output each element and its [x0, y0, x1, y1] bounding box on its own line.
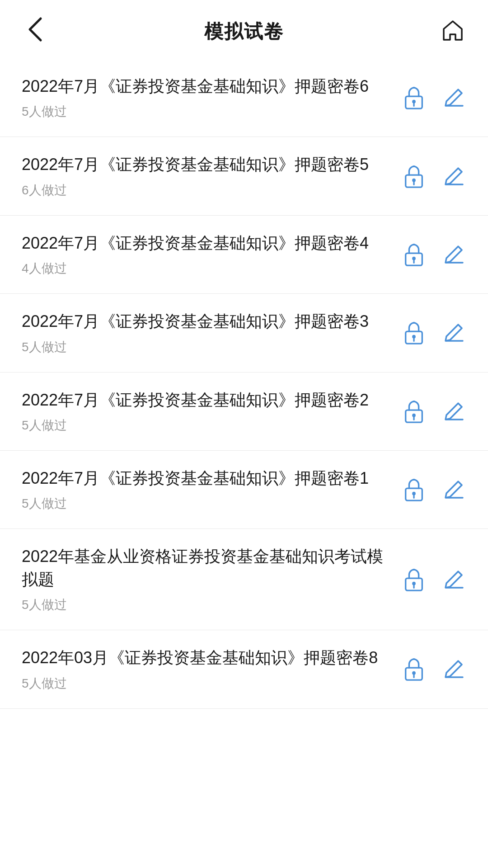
back-icon: [27, 16, 43, 48]
item-actions: [401, 399, 466, 424]
home-icon: [441, 19, 465, 44]
home-button[interactable]: [439, 18, 466, 45]
item-actions: [401, 567, 466, 592]
item-title: 2022年7月《证券投资基金基础知识》押题密卷3: [22, 310, 388, 333]
lock-icon[interactable]: [401, 399, 427, 424]
edit-icon[interactable]: [441, 164, 466, 189]
item-title: 2022年基金从业资格证券投资基金基础知识考试模拟题: [22, 545, 388, 591]
item-content: 2022年基金从业资格证券投资基金基础知识考试模拟题 5人做过: [22, 545, 401, 613]
edit-icon[interactable]: [441, 567, 466, 592]
edit-icon[interactable]: [441, 242, 466, 267]
item-title: 2022年7月《证券投资基金基础知识》押题密卷1: [22, 467, 388, 490]
list-item[interactable]: 2022年基金从业资格证券投资基金基础知识考试模拟题 5人做过: [0, 529, 488, 630]
item-title: 2022年7月《证券投资基金基础知识》押题密卷5: [22, 153, 388, 176]
item-content: 2022年7月《证券投资基金基础知识》押题密卷6 5人做过: [22, 75, 401, 120]
item-content: 2022年7月《证券投资基金基础知识》押题密卷1 5人做过: [22, 467, 401, 512]
item-actions: [401, 164, 466, 189]
lock-icon[interactable]: [401, 320, 427, 345]
item-actions: [401, 477, 466, 502]
item-content: 2022年7月《证券投资基金基础知识》押题密卷3 5人做过: [22, 310, 401, 355]
lock-icon[interactable]: [401, 164, 427, 189]
item-actions: [401, 656, 466, 682]
edit-icon[interactable]: [441, 320, 466, 345]
list-item[interactable]: 2022年7月《证券投资基金基础知识》押题密卷5 6人做过: [0, 137, 488, 215]
list-item[interactable]: 2022年03月《证券投资基金基础知识》押题密卷8 5人做过: [0, 630, 488, 708]
item-title: 2022年7月《证券投资基金基础知识》押题密卷4: [22, 232, 388, 255]
edit-icon[interactable]: [441, 477, 466, 502]
item-actions: [401, 85, 466, 110]
item-count: 5人做过: [22, 417, 388, 434]
item-actions: [401, 320, 466, 345]
item-content: 2022年7月《证券投资基金基础知识》押题密卷2 5人做过: [22, 389, 401, 434]
lock-icon[interactable]: [401, 567, 427, 592]
list-item[interactable]: 2022年7月《证券投资基金基础知识》押题密卷6 5人做过: [0, 59, 488, 137]
edit-icon[interactable]: [441, 399, 466, 424]
list-item[interactable]: 2022年7月《证券投资基金基础知识》押题密卷2 5人做过: [0, 373, 488, 451]
item-content: 2022年7月《证券投资基金基础知识》押题密卷4 4人做过: [22, 232, 401, 277]
item-count: 6人做过: [22, 182, 388, 199]
back-button[interactable]: [22, 18, 49, 45]
list-item[interactable]: 2022年7月《证券投资基金基础知识》押题密卷3 5人做过: [0, 294, 488, 372]
list-item[interactable]: 2022年7月《证券投资基金基础知识》押题密卷4 4人做过: [0, 216, 488, 294]
exam-list: 2022年7月《证券投资基金基础知识》押题密卷6 5人做过: [0, 59, 488, 709]
lock-icon[interactable]: [401, 242, 427, 267]
item-count: 5人做过: [22, 103, 388, 120]
lock-icon[interactable]: [401, 85, 427, 110]
lock-icon[interactable]: [401, 656, 427, 682]
item-content: 2022年03月《证券投资基金基础知识》押题密卷8 5人做过: [22, 646, 401, 692]
item-count: 5人做过: [22, 339, 388, 356]
item-title: 2022年7月《证券投资基金基础知识》押题密卷6: [22, 75, 388, 98]
item-count: 4人做过: [22, 260, 388, 277]
edit-icon[interactable]: [441, 85, 466, 110]
item-title: 2022年03月《证券投资基金基础知识》押题密卷8: [22, 646, 388, 669]
list-item[interactable]: 2022年7月《证券投资基金基础知识》押题密卷1 5人做过: [0, 451, 488, 529]
header: 模拟试卷: [0, 0, 488, 59]
edit-icon[interactable]: [441, 656, 466, 682]
item-count: 5人做过: [22, 596, 388, 613]
item-title: 2022年7月《证券投资基金基础知识》押题密卷2: [22, 389, 388, 411]
lock-icon[interactable]: [401, 477, 427, 502]
item-actions: [401, 242, 466, 267]
item-count: 5人做过: [22, 675, 388, 692]
page-title: 模拟试卷: [204, 19, 284, 44]
item-content: 2022年7月《证券投资基金基础知识》押题密卷5 6人做过: [22, 153, 401, 198]
item-count: 5人做过: [22, 495, 388, 512]
